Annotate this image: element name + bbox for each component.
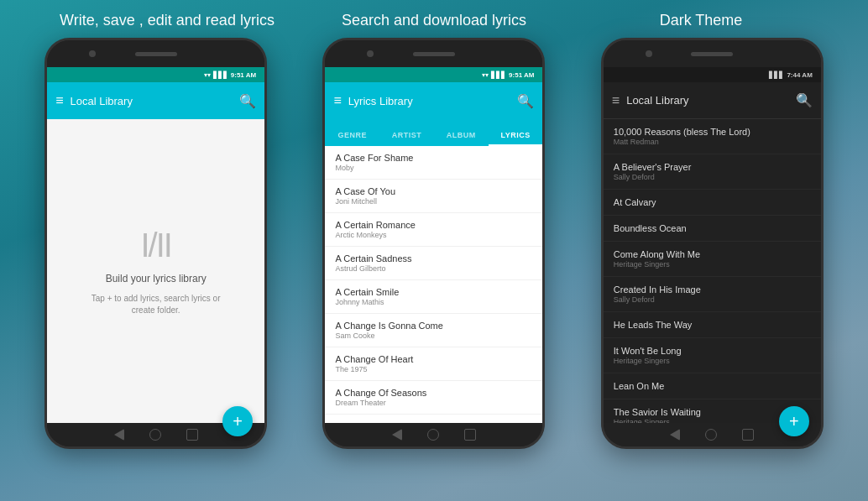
dark-song-title: Lean On Me [614,381,811,391]
wifi-icon: ▾▾ [204,71,211,79]
status-bar-1: ▾▾ ▋▋▋ 9:51 AM [47,67,264,82]
recents-btn-2[interactable] [464,429,476,441]
camera-icon-3 [646,50,652,57]
song-title: A Case For Shame [335,153,532,163]
song-title: A Certain Sadness [335,253,532,264]
tab-artist[interactable]: ARTIST [379,131,434,146]
phone3-label: Dark Theme [567,12,834,29]
phone2-label: Search and download lyrics [301,12,567,29]
dark-list-item[interactable]: Created In His Image Sally Deford [604,277,821,312]
list-item[interactable]: A Certain Smile Johnny Mathis [325,280,542,314]
dark-song-title: Come Along With Me [614,249,811,259]
empty-subtitle: Tap + to add lyrics, search lyrics or cr… [89,293,223,316]
status-bar-2: ▾▾ ▋▋▋ 9:51 AM [325,67,542,82]
list-item[interactable]: A Change Of Seasons Dream Theater [325,381,542,415]
song-artist: Moby [335,164,532,172]
dark-song-artist: Heritage Singers [614,357,811,365]
time-3: 7:44 AM [787,71,812,79]
home-btn-3[interactable] [705,429,717,441]
dark-song-artist: Sally Deford [614,295,811,304]
tab-genre[interactable]: GENRE [325,131,379,146]
menu-icon-2[interactable]: ≡ [333,93,341,108]
lyrics-list: A Case For Shame Moby A Case Of You Joni… [325,146,542,423]
song-artist: Johnny Mathis [335,298,532,306]
dark-song-title: At Calvary [614,197,811,207]
menu-icon-1[interactable]: ≡ [55,93,63,108]
dark-song-title: It Won't Be Long [614,346,811,356]
phone1-label: Write, save , edit and read lyrics [34,12,301,29]
list-item[interactable]: A Costa Da Morte [325,415,542,423]
wifi-icon-2: ▾▾ [482,71,489,79]
song-title: A Certain Smile [335,287,532,297]
tab-album[interactable]: ALBUM [434,131,489,146]
search-icon-1[interactable]: 🔍 [239,93,256,109]
speaker [135,52,177,56]
dark-list-item[interactable]: Come Along With Me Heritage Singers [604,242,821,277]
tab-lyrics[interactable]: LYRICS [489,131,543,146]
back-btn-2[interactable] [392,429,402,441]
empty-title: Build your lyrics library [106,273,207,284]
phone3: ▋▋▋ 7:44 AM ≡ Local Library 🔍 10,000 Rea… [601,38,824,449]
toolbar-title-2: Lyrics Library [348,95,511,107]
list-item[interactable]: A Case Of You Joni Mitchell [325,180,542,213]
song-artist: Dream Theater [335,399,532,407]
dark-song-title: A Believer's Prayer [614,162,811,172]
dark-song-artist: Matt Redman [614,138,811,146]
home-btn-1[interactable] [149,429,161,441]
empty-state: I/II Build your lyrics library Tap + to … [47,119,264,423]
dark-list-item[interactable]: Lean On Me [604,373,821,399]
song-title: A Certain Romance [335,220,532,230]
toolbar-2: ≡ Lyrics Library 🔍 [325,82,542,119]
search-icon-2[interactable]: 🔍 [517,93,534,109]
camera-icon [89,50,96,57]
song-artist: Arctic Monkeys [335,231,532,239]
time-2: 9:51 AM [509,71,534,79]
list-item[interactable]: A Case For Shame Moby [325,146,542,180]
dark-song-artist: Heritage Singers [614,260,811,269]
recents-btn-3[interactable] [742,429,754,441]
dark-song-artist: Sally Deford [614,173,811,181]
toolbar-1: ≡ Local Library 🔍 [47,82,264,119]
phone2: ▾▾ ▋▋▋ 9:51 AM ≡ Lyrics Library 🔍 GENRE … [322,38,545,449]
song-artist: Joni Mitchell [335,197,532,206]
dark-song-title: Created In His Image [614,284,811,295]
song-title: A Change Of Heart [335,354,532,364]
dark-list-item[interactable]: It Won't Be Long Heritage Singers [604,338,821,373]
dark-list-item[interactable]: Boundless Ocean [604,216,821,242]
time-1: 9:51 AM [231,71,256,79]
nav-bar-2 [325,423,542,446]
list-item[interactable]: A Certain Sadness Astrud Gilberto [325,247,542,280]
song-artist: Sam Cooke [335,331,532,340]
toolbar-title-3: Local Library [626,94,789,107]
tabs-bar: GENRE ARTIST ALBUM LYRICS [325,119,542,146]
home-btn-2[interactable] [427,429,439,441]
song-title: A Change Is Gonna Come [335,321,532,331]
toolbar-title-1: Local Library [71,95,233,107]
dark-song-title: Boundless Ocean [614,223,811,233]
search-icon-3[interactable]: 🔍 [796,92,813,108]
song-title: A Case Of You [335,186,532,196]
dark-list-item[interactable]: A Believer's Prayer Sally Deford [604,154,821,190]
dark-song-title: 10,000 Reasons (bless The Lord) [614,127,811,137]
song-artist: The 1975 [335,365,532,373]
menu-icon-3[interactable]: ≡ [612,93,620,108]
status-bar-3: ▋▋▋ 7:44 AM [604,67,821,82]
list-item[interactable]: A Change Of Heart The 1975 [325,347,542,381]
back-btn-1[interactable] [114,429,124,441]
toolbar-3: ≡ Local Library 🔍 [604,82,821,119]
list-item[interactable]: A Change Is Gonna Come Sam Cooke [325,314,542,347]
speaker-3 [691,52,733,56]
back-btn-3[interactable] [670,429,680,441]
phone1: ▾▾ ▋▋▋ 9:51 AM ≡ Local Library 🔍 I/II Bu… [44,38,267,449]
speaker-2 [413,52,455,56]
dark-song-title: He Leads The Way [614,320,811,330]
dark-list-item[interactable]: 10,000 Reasons (bless The Lord) Matt Red… [604,119,821,154]
dark-list-item[interactable]: At Calvary [604,190,821,216]
song-artist: Astrud Gilberto [335,264,532,273]
empty-icon: I/II [140,227,170,264]
recents-btn-1[interactable] [186,429,198,441]
list-item[interactable]: A Certain Romance Arctic Monkeys [325,213,542,247]
camera-icon-2 [367,50,374,57]
dark-list-item[interactable]: He Leads The Way [604,312,821,338]
signal-icon: ▋▋▋ [213,71,228,79]
